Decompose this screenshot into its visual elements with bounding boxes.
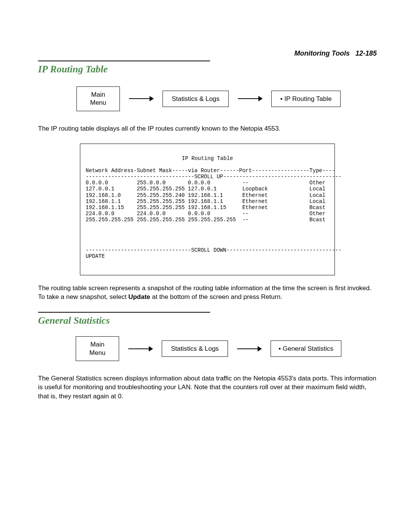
paragraph: The IP routing table displays all of the…: [38, 124, 377, 133]
nav-label: Statistics & Logs: [171, 345, 219, 352]
page-reference: 12-185: [355, 50, 377, 57]
terminal-header-row: Network Address-Subnet Mask-----via Rout…: [86, 168, 335, 174]
arrow-icon: [237, 348, 261, 349]
paragraph: The General Statistics screen displays i…: [38, 374, 377, 401]
table-row: 0.0.0.0 255.0.0.0 0.0.0.0 -- Other: [86, 180, 325, 186]
nav-label: Statistics & Logs: [172, 95, 220, 102]
nav-label: Menu: [90, 99, 107, 106]
bullet-icon: •: [280, 95, 285, 102]
nav-ip-routing-table: • IP Routing Table: [271, 91, 341, 107]
section-divider: [38, 61, 210, 61]
nav-general-statistics: • General Statistics: [271, 340, 341, 357]
breadcrumb-nav: Main Menu Statistics & Logs • IP Routing…: [40, 86, 377, 111]
text-fragment: at the bottom of the screen and press Re…: [150, 293, 282, 300]
bold-word-update: Update: [128, 293, 150, 300]
section-heading-general-statistics: General Statistics: [38, 315, 377, 326]
running-header: Monitoring Tools 12-185: [38, 50, 377, 58]
nav-label: General Statistics: [283, 345, 333, 352]
nav-main-menu: Main Menu: [76, 86, 120, 111]
table-row: 192.168.1.0 255.255.255.240 192.168.1.1 …: [86, 192, 325, 198]
nav-label: IP Routing Table: [284, 95, 331, 102]
section-divider: [38, 312, 210, 313]
table-row: 127.0.0.1 255.255.255.255 127.0.0.1 Loop…: [86, 186, 325, 192]
paragraph: The routing table screen represents a sn…: [38, 284, 377, 302]
table-row: 192.168.1.1 255.255.255.255 192.168.1.1 …: [86, 198, 325, 204]
nav-label: Menu: [89, 349, 106, 356]
document-page: Monitoring Tools 12-185 IP Routing Table…: [0, 0, 411, 532]
nav-main-menu: Main Menu: [76, 336, 119, 361]
terminal-scroll-down: ---------------------------------SCROLL …: [86, 247, 341, 253]
terminal-screen: IP Routing Table Network Address-Subnet …: [80, 144, 335, 275]
terminal-update: UPDATE: [86, 253, 105, 259]
arrow-icon: [128, 348, 153, 349]
table-row: 224.0.0.0 224.0.0.0 0.0.0.0 -- Other: [86, 211, 325, 217]
table-row: 255.255.255.255 255.255.255.255 255.255.…: [86, 217, 325, 223]
nav-label: Main: [91, 341, 105, 348]
terminal-title: IP Routing Table: [86, 155, 329, 161]
nav-stats-logs: Statistics & Logs: [162, 91, 229, 107]
bullet-icon: •: [279, 345, 283, 352]
nav-label: Main: [91, 91, 105, 98]
nav-stats-logs: Statistics & Logs: [162, 340, 228, 357]
running-title: Monitoring Tools: [295, 50, 350, 57]
arrow-icon: [129, 98, 153, 99]
table-row: 192.168.1.15 255.255.255.255 192.168.1.1…: [86, 204, 325, 211]
section-heading-ip-routing: IP Routing Table: [38, 64, 377, 75]
breadcrumb-nav: Main Menu Statistics & Logs • General St…: [40, 336, 377, 361]
terminal-scroll-up: ----------------------------------SCROLL…: [86, 174, 341, 180]
arrow-icon: [238, 98, 262, 99]
